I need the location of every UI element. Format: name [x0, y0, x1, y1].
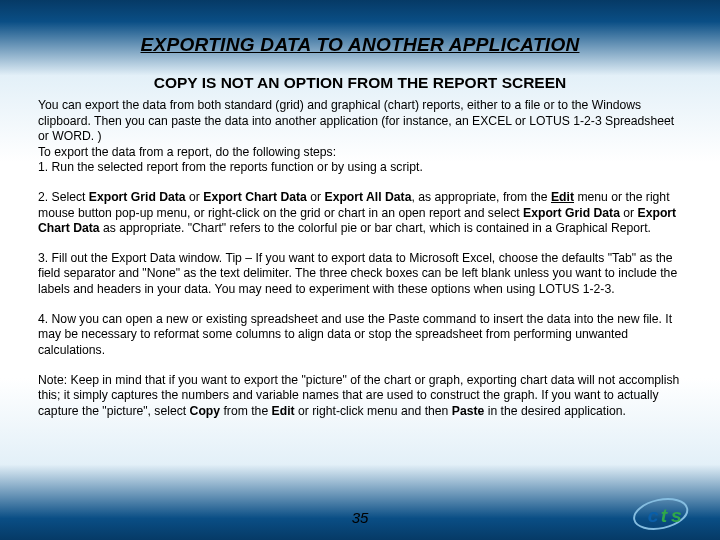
p5-mid1: from the	[220, 404, 271, 418]
p2-export-all: Export All Data	[325, 190, 412, 204]
p2-export-grid: Export Grid Data	[89, 190, 186, 204]
paragraph-1: You can export the data from both standa…	[38, 98, 682, 176]
p5-edit: Edit	[272, 404, 295, 418]
p1-line-b: To export the data from a report, do the…	[38, 145, 336, 159]
p5-copy: Copy	[190, 404, 220, 418]
paragraph-2: 2. Select Export Grid Data or Export Cha…	[38, 190, 682, 237]
page-number: 35	[0, 509, 720, 526]
cts-logo: c t s	[632, 496, 710, 532]
svg-text:c: c	[648, 505, 659, 526]
svg-text:s: s	[671, 505, 682, 526]
p2-tail: as appropriate. "Chart" refers to the co…	[100, 221, 651, 235]
p1-line-a: You can export the data from both standa…	[38, 98, 674, 143]
p2-mid1: , as appropriate, from the	[411, 190, 551, 204]
p5-tail: in the desired application.	[484, 404, 626, 418]
p2-export-grid-2: Export Grid Data	[523, 206, 620, 220]
p2-or2: or	[307, 190, 325, 204]
p2-pre: 2. Select	[38, 190, 89, 204]
paragraph-3: 3. Fill out the Export Data window. Tip …	[38, 251, 682, 298]
p1-line-c: 1. Run the selected report from the repo…	[38, 160, 423, 174]
p2-edit-menu: Edit	[551, 190, 574, 204]
slide-subtitle: COPY IS NOT AN OPTION FROM THE REPORT SC…	[83, 74, 637, 92]
svg-text:t: t	[661, 505, 669, 526]
p2-or1: or	[186, 190, 204, 204]
paragraph-5: Note: Keep in mind that if you want to e…	[38, 373, 682, 420]
p5-paste: Paste	[452, 404, 485, 418]
p2-or3: or	[620, 206, 638, 220]
paragraph-4: 4. Now you can open a new or existing sp…	[38, 312, 682, 359]
p5-mid2: or right-click menu and then	[295, 404, 452, 418]
slide-title: EXPORTING DATA TO ANOTHER APPLICATION	[108, 34, 612, 56]
slide-body: EXPORTING DATA TO ANOTHER APPLICATION CO…	[0, 0, 720, 540]
p2-export-chart: Export Chart Data	[203, 190, 307, 204]
